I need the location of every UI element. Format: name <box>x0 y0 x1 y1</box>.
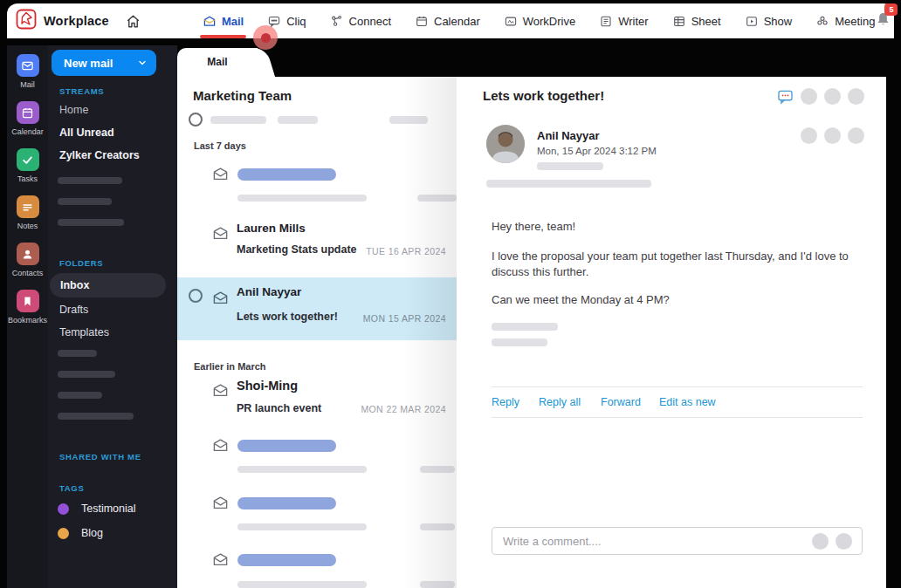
rail-item-tasks[interactable]: Tasks <box>7 148 48 195</box>
tags-section-label: TAGS <box>59 483 84 493</box>
mail-select-radio[interactable] <box>189 289 203 303</box>
comment-action-placeholder[interactable] <box>812 533 829 550</box>
sidebar-item-templates[interactable]: Templates <box>59 326 109 338</box>
skeleton-bar <box>58 392 102 399</box>
nav-tab-connect[interactable]: Connect <box>330 15 391 28</box>
mail-app-icon <box>17 54 39 77</box>
mail-date: TUE 16 APR 2024 <box>366 246 446 256</box>
skeleton-bar <box>58 198 112 205</box>
envelope-icon <box>212 166 229 182</box>
app-rail: Mail Calendar Tasks Notes Contacts Bookm… <box>7 45 48 588</box>
reply-all-link[interactable]: Reply all <box>539 396 581 408</box>
toolbar-placeholder-button[interactable] <box>824 88 841 105</box>
rail-item-notes[interactable]: Notes <box>7 195 48 243</box>
notifications-bell-icon[interactable]: 5 <box>875 10 891 31</box>
nav-tab-workdrive[interactable]: WorkDrive <box>504 15 575 28</box>
rail-item-bookmarks[interactable]: Bookmarks <box>7 290 48 337</box>
tab-mail[interactable]: Mail <box>177 48 258 77</box>
comment-action-placeholder[interactable] <box>836 533 852 550</box>
show-icon <box>745 15 759 28</box>
nav-tab-calendar[interactable]: Calendar <box>415 15 480 28</box>
cursor-click-indicator <box>253 25 278 50</box>
skeleton-bar <box>420 466 455 473</box>
nav-tab-sheet[interactable]: Sheet <box>672 15 721 28</box>
skeleton-bar <box>237 497 336 509</box>
divider <box>492 417 863 418</box>
skeleton-bar <box>492 323 558 331</box>
nav-tab-mail[interactable]: Mail <box>203 15 244 28</box>
reading-pane: Lets work together! Anil Nayyar Mon, 15 … <box>457 77 886 588</box>
skeleton-bar <box>237 168 336 181</box>
tag-item-blog[interactable]: Blog <box>58 527 103 539</box>
sidebar-item-zylker-creators[interactable]: Zylker Creators <box>59 149 140 161</box>
brand-title: Workplace <box>44 14 109 28</box>
home-icon[interactable] <box>125 13 141 30</box>
skeleton-bar <box>237 466 367 473</box>
skeleton-bar <box>237 523 367 530</box>
body-paragraph: Hey there, team! <box>492 219 886 235</box>
shared-section-label: SHARED WITH ME <box>59 452 141 462</box>
mail-subject: Marketing Stats update <box>237 243 357 256</box>
mail-date: MON 15 APR 2024 <box>363 313 446 324</box>
rail-item-mail[interactable]: Mail <box>7 54 48 101</box>
comment-input[interactable] <box>503 528 765 554</box>
skeleton-bar <box>58 350 97 357</box>
mail-list-item-selected[interactable]: Anil Nayyar Lets work together! MON 15 A… <box>177 277 457 340</box>
message-action-placeholder[interactable] <box>824 127 841 144</box>
rail-item-contacts[interactable]: Contacts <box>7 243 48 290</box>
nav-tab-writer[interactable]: Writer <box>599 15 648 28</box>
tag-color-dot <box>58 503 69 515</box>
sidebar-item-all-unread[interactable]: All Unread <box>59 126 114 139</box>
select-all-radio[interactable] <box>189 113 203 126</box>
nav-tab-meeting[interactable]: Meeting <box>815 15 875 28</box>
comment-icon[interactable] <box>776 88 794 109</box>
mail-icon <box>203 15 217 28</box>
rail-item-calendar[interactable]: Calendar <box>7 101 48 148</box>
message-subject: Lets work together! <box>483 88 604 103</box>
forward-link[interactable]: Forward <box>601 396 641 408</box>
notes-app-icon <box>17 195 39 218</box>
topbar-right: 5 <box>875 8 901 35</box>
skeleton-bar <box>237 440 336 452</box>
skeleton-bar <box>237 554 336 566</box>
workplace-brand[interactable]: Workplace <box>7 9 109 33</box>
contacts-app-icon <box>17 243 39 265</box>
mail-subject: PR launch event <box>237 402 321 414</box>
app-switcher-nav: Mail Cliq Connect Calendar WorkDrive Wri… <box>203 15 876 28</box>
message-timestamp: Mon, 15 Apr 2024 3:12 PM <box>537 146 657 156</box>
network-icon <box>330 15 344 28</box>
mail-list-item[interactable]: Shoi-Ming PR launch event MON 22 MAR 202… <box>177 375 457 427</box>
skeleton-bar <box>537 162 603 170</box>
sender-avatar <box>486 125 525 163</box>
calendar-icon <box>415 15 429 28</box>
toolbar-placeholder-button[interactable] <box>848 88 864 105</box>
sheet-icon <box>672 15 686 28</box>
skeleton-bar <box>58 219 124 226</box>
reply-link[interactable]: Reply <box>492 396 519 408</box>
nav-tab-show[interactable]: Show <box>745 15 793 28</box>
skeleton-bar <box>58 177 122 184</box>
group-label: Earlier in March <box>194 361 266 372</box>
folders-section-label: FOLDERS <box>59 258 103 268</box>
tasks-app-icon <box>17 148 39 171</box>
nav-tab-cliq[interactable]: Cliq <box>267 15 306 28</box>
tag-item-testimonial[interactable]: Testimonial <box>58 503 136 515</box>
folder-sidebar: New mail STREAMS Home All Unread Zylker … <box>48 45 177 588</box>
new-mail-button[interactable]: New mail <box>52 50 156 76</box>
toolbar-placeholder-button[interactable] <box>801 88 817 105</box>
sidebar-item-drafts[interactable]: Drafts <box>59 304 88 316</box>
skeleton-bar <box>417 195 457 202</box>
chevron-down-icon[interactable] <box>137 58 156 68</box>
sidebar-item-home[interactable]: Home <box>59 104 88 116</box>
message-action-placeholder[interactable] <box>801 127 817 144</box>
envelope-icon <box>212 495 229 511</box>
list-title: Marketing Team <box>193 88 292 103</box>
workdrive-icon <box>504 15 518 28</box>
edit-as-new-link[interactable]: Edit as new <box>659 396 716 408</box>
mail-list-item[interactable]: Lauren Mills Marketing Stats update TUE … <box>177 216 457 267</box>
message-action-placeholder[interactable] <box>848 127 864 144</box>
tag-color-dot <box>58 528 69 539</box>
mail-date: MON 22 MAR 2024 <box>361 404 446 414</box>
sidebar-item-inbox[interactable]: Inbox <box>50 273 166 297</box>
skeleton-bar <box>389 116 428 124</box>
